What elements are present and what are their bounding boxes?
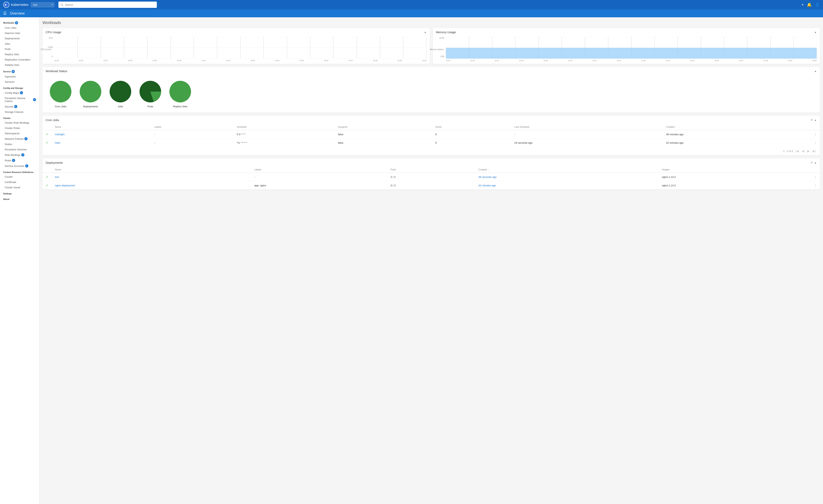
td-name-midnight: midnight (52, 130, 151, 139)
sidebar-item-replica-sets[interactable]: Replica Sets (0, 52, 39, 57)
td-pods-test: 2 / 2 (387, 173, 475, 181)
ws-jobs-label: Jobs (118, 105, 123, 108)
hamburger-icon[interactable]: ☰ (3, 11, 7, 16)
status-ok-icon: ✓ (46, 132, 48, 136)
td-created-midnight: 36 minutes ago (663, 130, 811, 139)
notification-icon[interactable]: 🔔 (807, 2, 812, 7)
deployments-collapse-icon[interactable]: ▲ (814, 161, 817, 164)
cpu-chart-collapse-icon[interactable]: ▲ (424, 31, 427, 34)
created-sort-icon: ↑ (675, 126, 677, 128)
sidebar-item-cron-jobs[interactable]: Cron Jobs (0, 25, 39, 30)
sidebar-section-service: Service N (0, 68, 39, 74)
nginx-deployment-link[interactable]: nginx-deployment (55, 184, 75, 187)
sidebar-item-crd-cluster-issuer[interactable]: Cluster Issuer (0, 185, 39, 190)
td-labels-hello: - (151, 139, 233, 147)
sidebar-item-deployments[interactable]: Deployments (0, 36, 39, 41)
pagination-next-icon[interactable]: ▶ (807, 149, 810, 154)
test-created-link[interactable]: 48 seconds ago (479, 176, 497, 179)
sidebar-item-storage-classes[interactable]: Storage Classes (0, 109, 39, 114)
memory-y-label: Memory (bytes) (430, 48, 443, 50)
pagination-prev-icon[interactable]: ◀ (801, 149, 805, 154)
td-suspend-hello: false (335, 139, 432, 147)
svg-point-45 (80, 81, 101, 102)
page-title: Workloads (42, 20, 820, 25)
namespace-select[interactable]: test (31, 2, 54, 7)
sidebar-item-roles[interactable]: Roles N (0, 158, 39, 163)
roles-badge: N (12, 159, 15, 162)
midnight-link[interactable]: midnight (55, 133, 64, 136)
cron-jobs-header-row: Name Labels Schedule Suspend Active Last… (42, 124, 820, 130)
memory-chart-collapse-icon[interactable]: ▲ (814, 31, 817, 34)
cron-jobs-filter-icon[interactable]: ≡ (811, 118, 813, 122)
logo[interactable]: ⎈ kubernetes (3, 2, 28, 8)
more-midnight-icon[interactable]: ⋮ (814, 133, 817, 136)
test-link[interactable]: test (55, 176, 59, 179)
sidebar-item-stateful-sets[interactable]: Stateful Sets (0, 62, 39, 68)
more-hello-icon[interactable]: ⋮ (814, 141, 817, 144)
more-nginx-icon[interactable]: ⋮ (814, 184, 817, 187)
td-name-test: test (52, 173, 251, 181)
deployments-filter-icon[interactable]: ≡ (811, 161, 813, 164)
th-dep-status (42, 167, 52, 173)
td-last-midnight: - (511, 130, 663, 139)
td-created-nginx: 42 minutes ago (475, 181, 659, 190)
sidebar-item-crd-cluster[interactable]: Cluster (0, 174, 39, 180)
th-dep-pods[interactable]: Pods (387, 167, 475, 173)
sidebar-item-role-bindings[interactable]: Role Bindings N (0, 152, 39, 158)
th-active[interactable]: Active (432, 124, 511, 130)
user-avatar-icon[interactable]: 👤 (815, 2, 820, 7)
hello-link[interactable]: hello (55, 141, 60, 144)
th-dep-name[interactable]: Name (52, 167, 251, 173)
workload-status-row: Cron Jobs Deployments Jobs (42, 75, 820, 112)
sidebar-section-about: About (0, 196, 39, 201)
th-created[interactable]: Created ↑ (663, 124, 811, 130)
sidebar-item-cluster-role-bindings[interactable]: Cluster Role Bindings (0, 120, 39, 125)
th-last-schedule[interactable]: Last Schedule (511, 124, 663, 130)
sidebar-item-nodes[interactable]: Nodes (0, 142, 39, 147)
memory-chart-inner: 10 Mi 0 Mi Memory (bytes) (433, 35, 820, 64)
deployments-pie (79, 80, 102, 103)
th-dep-created[interactable]: Created ↑ (475, 167, 659, 173)
td-created-test: 48 seconds ago (475, 173, 659, 181)
td-name-hello: hello (52, 139, 151, 147)
nginx-created-link[interactable]: 42 minutes ago (479, 184, 496, 187)
th-dep-images[interactable]: Images (659, 167, 811, 173)
more-test-icon[interactable]: ⋮ (814, 176, 817, 179)
sidebar-item-pvc[interactable]: Persistent Volume Claims N (0, 95, 39, 104)
th-labels[interactable]: Labels (151, 124, 233, 130)
add-icon[interactable]: + (801, 3, 804, 7)
namespace-selector[interactable]: test (31, 2, 54, 7)
sidebar-item-service-accounts[interactable]: Service Accounts N (0, 163, 39, 169)
sidebar-item-network-policies[interactable]: Network Policies N (0, 136, 39, 142)
th-suspend[interactable]: Suspend (335, 124, 432, 130)
sidebar-item-pods[interactable]: Pods (0, 46, 39, 52)
memory-y-top: 10 Mi (439, 37, 444, 39)
th-dep-labels[interactable]: Labels (251, 167, 387, 173)
navbar: ☰ Overview (0, 9, 823, 17)
sidebar-item-cluster-roles[interactable]: Cluster Roles (0, 125, 39, 131)
sidebar-item-replication-controllers[interactable]: Replication Controllers (0, 57, 39, 62)
th-name[interactable]: Name (52, 124, 151, 130)
sidebar-item-crd-certificate[interactable]: Certificate (0, 180, 39, 185)
table-row: ✓ nginx-deployment app: nginx 3 / 3 42 m… (42, 181, 820, 190)
sidebar-item-secrets[interactable]: Secrets N (0, 104, 39, 109)
th-status (42, 124, 52, 130)
cron-jobs-collapse-icon[interactable]: ▲ (814, 118, 817, 121)
sidebar-item-jobs[interactable]: Jobs (0, 41, 39, 46)
th-schedule[interactable]: Schedule (234, 124, 335, 130)
sidebar-item-daemon-sets[interactable]: Daemon Sets (0, 30, 39, 36)
sidebar-item-services[interactable]: Services (0, 79, 39, 84)
sidebar-item-config-maps[interactable]: Config Maps N (0, 90, 39, 95)
pagination-first-icon[interactable]: |◀ (795, 149, 799, 154)
search-input[interactable] (65, 3, 155, 6)
status-ok-hello-icon: ✓ (46, 141, 48, 145)
svg-point-44 (50, 81, 71, 102)
deployments-title: Deployments (46, 161, 63, 164)
nav-title: Overview (10, 11, 25, 16)
cpu-chart-svg (54, 37, 427, 58)
sidebar-item-namespaces[interactable]: Namespaces (0, 131, 39, 136)
pagination-last-icon[interactable]: ▶| (812, 149, 817, 154)
workload-status-collapse-icon[interactable]: ▲ (814, 69, 817, 72)
sidebar-item-persistent-volumes[interactable]: Persistent Volumes (0, 147, 39, 152)
sidebar-item-ingresses[interactable]: Ingresses (0, 74, 39, 79)
